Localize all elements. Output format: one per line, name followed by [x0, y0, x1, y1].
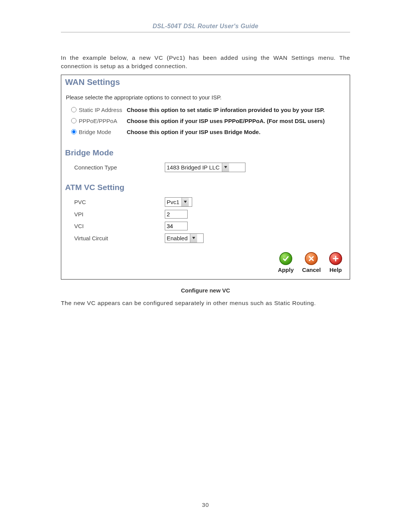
action-bar: Apply Cancel Help [64, 246, 347, 275]
cancel-button[interactable]: Cancel [302, 252, 321, 273]
svg-marker-0 [224, 166, 227, 168]
input-vci[interactable] [165, 222, 188, 230]
radio-bridge-label: Bridge Mode [79, 129, 111, 135]
label-vpi: VPI [74, 211, 162, 217]
radio-pppoe-label: PPPoE/PPPoA [79, 118, 117, 124]
apply-button[interactable]: Apply [278, 252, 294, 273]
apply-label: Apply [278, 267, 294, 273]
row-vci: VCI [74, 222, 347, 230]
desc-pppoe: Choose this option if your ISP uses PPPo… [124, 115, 327, 126]
chevron-down-icon [182, 198, 189, 206]
close-icon [305, 252, 318, 265]
select-pvc-value: Pvc1 [165, 198, 182, 206]
desc-bridge: Choose this option if your ISP uses Brid… [124, 126, 327, 137]
row-pvc: PVC Pvc1 [74, 197, 347, 207]
option-row-static-ip: Static IP Address Choose this option to … [69, 104, 327, 115]
help-button[interactable]: Help [329, 252, 342, 273]
row-connection-type: Connection Type 1483 Bridged IP LLC [74, 163, 347, 172]
panel-intro: Please selecte the appropriate options t… [66, 94, 347, 101]
plus-icon [329, 252, 342, 265]
bridge-mode-title: Bridge Mode [65, 148, 347, 157]
radio-bridge-input[interactable] [71, 129, 76, 134]
radio-static-ip-label: Static IP Address [79, 107, 122, 113]
doc-header: DSL-504T DSL Router User's Guide [61, 23, 350, 30]
label-connection-type: Connection Type [74, 164, 162, 171]
intro-paragraph: In the example below, a new VC (Pvc1) ha… [61, 54, 350, 71]
header-divider [61, 32, 350, 32]
wan-options-table: Static IP Address Choose this option to … [69, 104, 327, 137]
followup-paragraph: The new VC appears can be configured sep… [61, 299, 350, 307]
radio-pppoe-input[interactable] [71, 118, 76, 123]
select-virtual-circuit-value: Enabled [165, 234, 190, 243]
panel-title: WAN Settings [65, 77, 347, 87]
option-row-bridge: Bridge Mode Choose this option if your I… [69, 126, 327, 137]
radio-static-ip[interactable]: Static IP Address [71, 107, 122, 113]
label-virtual-circuit: Virtual Circuit [74, 235, 162, 241]
chevron-down-icon [190, 234, 197, 243]
select-connection-type[interactable]: 1483 Bridged IP LLC [165, 163, 245, 172]
atm-vc-title: ATM VC Setting [65, 183, 347, 192]
input-vpi[interactable] [165, 210, 188, 219]
radio-pppoe[interactable]: PPPoE/PPPoA [71, 118, 122, 124]
label-pvc: PVC [74, 199, 162, 205]
desc-static-ip: Choose this option to set static IP info… [124, 104, 327, 115]
page-number: 30 [61, 502, 350, 508]
cancel-label: Cancel [302, 267, 321, 273]
row-virtual-circuit: Virtual Circuit Enabled [74, 233, 347, 243]
svg-marker-1 [184, 201, 187, 203]
wan-settings-panel: WAN Settings Please selecte the appropri… [61, 75, 350, 280]
chevron-down-icon [222, 163, 229, 172]
select-virtual-circuit[interactable]: Enabled [165, 233, 204, 243]
radio-bridge[interactable]: Bridge Mode [71, 129, 122, 135]
radio-static-ip-input[interactable] [71, 107, 76, 112]
row-vpi: VPI [74, 210, 347, 219]
option-row-pppoe: PPPoE/PPPoA Choose this option if your I… [69, 115, 327, 126]
figure-caption: Configure new VC [61, 287, 350, 294]
select-pvc[interactable]: Pvc1 [165, 197, 192, 207]
check-icon [279, 252, 292, 265]
svg-marker-2 [192, 237, 195, 239]
label-vci: VCI [74, 223, 162, 229]
select-connection-type-value: 1483 Bridged IP LLC [165, 163, 222, 172]
help-label: Help [330, 267, 342, 273]
